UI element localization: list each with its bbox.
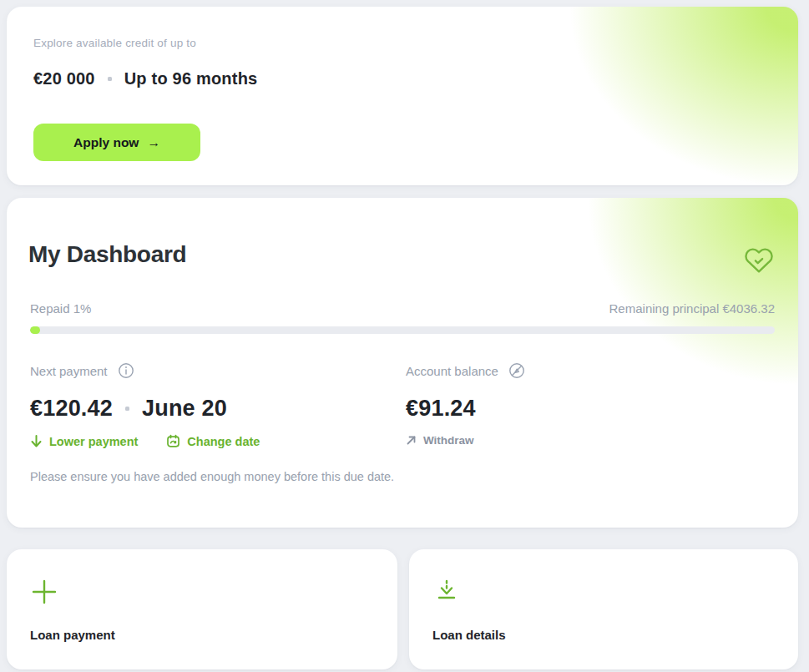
next-payment-amount: €120.42 [30, 396, 113, 422]
next-payment-date: June 20 [142, 396, 227, 422]
favorite-button[interactable] [743, 245, 775, 276]
plus-icon [30, 578, 374, 606]
credit-offer-card: Explore available credit of up to €20 00… [7, 7, 798, 185]
dashboard-card: My Dashboard Repaid 1% Remaining princip… [7, 198, 798, 528]
repaid-label: Repaid 1% [30, 301, 91, 316]
credit-term: Up to 96 months [124, 69, 258, 88]
credit-offer-eyebrow: Explore available credit of up to [33, 37, 771, 49]
change-date-link[interactable]: Change date [166, 434, 260, 448]
loan-details-card[interactable]: Loan details [409, 549, 798, 669]
remaining-principal-label: Remaining principal €4036.32 [609, 301, 775, 316]
lower-payment-link[interactable]: Lower payment [30, 434, 138, 448]
loan-payment-label: Loan payment [30, 628, 374, 642]
arrow-right-icon: → [147, 135, 160, 150]
dashboard-columns: Next payment €120.42 June 20 [30, 362, 775, 448]
calendar-icon [166, 434, 180, 448]
account-balance-label: Account balance [406, 364, 498, 378]
change-date-label: Change date [187, 435, 260, 448]
apply-now-button[interactable]: Apply now → [33, 124, 200, 161]
credit-offer-terms: €20 000 Up to 96 months [33, 69, 771, 88]
loan-details-label: Loan details [432, 628, 775, 642]
next-payment-section: Next payment €120.42 June 20 [30, 362, 406, 448]
account-balance-amount: €91.24 [406, 396, 476, 422]
heart-check-icon [743, 245, 775, 276]
credit-amount: €20 000 [33, 69, 95, 88]
loan-dashboard-page: Explore available credit of up to €20 00… [0, 0, 809, 672]
repaid-progress-fill [30, 326, 40, 334]
separator-dot [108, 77, 112, 81]
next-payment-label: Next payment [30, 364, 108, 378]
lower-payment-label: Lower payment [49, 435, 138, 448]
download-icon [432, 578, 775, 606]
withdraw-label: Withdraw [423, 434, 474, 447]
arrow-up-right-icon [406, 435, 417, 446]
arrow-down-icon [30, 434, 43, 448]
info-circle-icon[interactable] [118, 362, 134, 379]
repaid-progress-labels: Repaid 1% Remaining principal €4036.32 [30, 301, 775, 316]
account-balance-section: Account balance €91.24 [406, 362, 525, 448]
due-date-note: Please ensure you have added enough mone… [30, 470, 775, 483]
loan-payment-card[interactable]: Loan payment [7, 549, 397, 669]
quick-actions-row: Loan payment Loan details [7, 549, 798, 669]
withdraw-link[interactable]: Withdraw [406, 434, 474, 447]
apply-now-label: Apply now [73, 135, 139, 150]
separator-dot [125, 407, 129, 411]
repaid-progress-bar [30, 326, 775, 334]
circle-slash-icon[interactable] [508, 362, 525, 379]
page-title: My Dashboard [28, 241, 775, 268]
